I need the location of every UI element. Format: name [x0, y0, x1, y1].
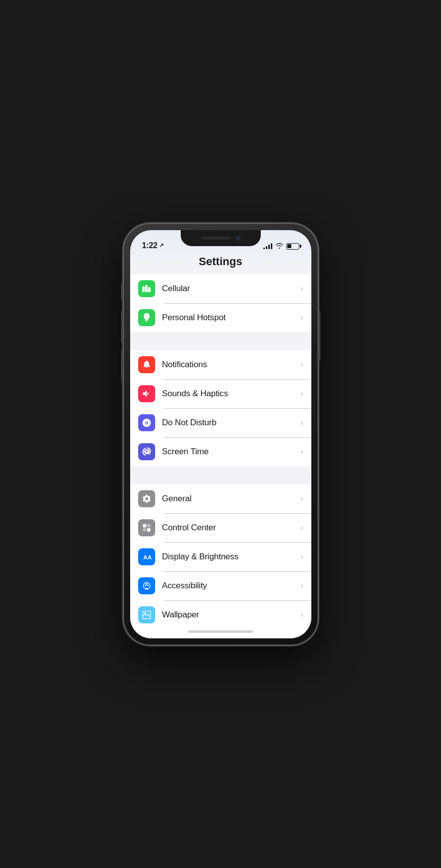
wallpaper-label: Wallpaper — [162, 610, 301, 620]
section-connectivity: Cellular › ⊗ Personal Hotspot › — [130, 274, 311, 332]
settings-row-general[interactable]: General › — [130, 484, 311, 513]
cellular-icon — [138, 280, 155, 297]
divider-1 — [130, 332, 311, 350]
svg-rect-4 — [147, 524, 150, 527]
location-icon: ↗ — [159, 242, 164, 249]
screentime-chevron: › — [300, 447, 303, 456]
general-chevron: › — [300, 494, 303, 503]
controlcenter-label: Control Center — [162, 523, 301, 533]
camera — [235, 236, 240, 241]
cellular-chevron: › — [300, 284, 303, 293]
hotspot-icon: ⊗ — [138, 309, 155, 326]
status-icons — [263, 243, 299, 250]
battery-fill — [287, 244, 291, 248]
signal-bar-1 — [263, 248, 265, 249]
dnd-label: Do Not Disturb — [162, 418, 301, 428]
settings-row-wallpaper[interactable]: Wallpaper › — [130, 600, 311, 625]
notifications-label: Notifications — [162, 360, 301, 370]
mute-button[interactable] — [121, 283, 123, 301]
settings-list[interactable]: Cellular › ⊗ Personal Hotspot › — [130, 274, 311, 625]
settings-row-display[interactable]: AA Display & Brightness › — [130, 542, 311, 571]
time-display: 1:22 — [142, 241, 158, 250]
divider-2 — [130, 466, 311, 484]
dnd-icon — [138, 414, 155, 431]
display-icon: AA — [138, 548, 155, 565]
hotspot-chevron: › — [300, 313, 303, 322]
battery-icon — [286, 243, 299, 250]
signal-bar-3 — [268, 245, 270, 249]
settings-row-accessibility[interactable]: Accessibility › — [130, 571, 311, 600]
settings-row-dnd[interactable]: Do Not Disturb › — [130, 408, 311, 437]
controlcenter-chevron: › — [300, 523, 303, 532]
display-label: Display & Brightness — [162, 552, 301, 562]
volume-up-button[interactable] — [121, 311, 123, 343]
svg-text:AA: AA — [143, 554, 152, 560]
svg-rect-6 — [147, 528, 150, 531]
general-icon — [138, 490, 155, 507]
accessibility-icon — [138, 577, 155, 594]
phone-screen: 1:22 ↗ — [130, 230, 311, 638]
accessibility-label: Accessibility — [162, 581, 301, 591]
general-label: General — [162, 494, 301, 504]
display-chevron: › — [300, 552, 303, 561]
signal-icon — [263, 243, 272, 249]
signal-bar-4 — [271, 243, 272, 249]
cellular-label: Cellular — [162, 284, 301, 294]
screentime-label: Screen Time — [162, 447, 301, 457]
home-bar — [188, 630, 253, 633]
settings-row-sounds[interactable]: Sounds & Haptics › — [130, 379, 311, 408]
notifications-icon — [138, 356, 155, 373]
page-title: Settings — [130, 254, 311, 274]
speaker — [201, 237, 231, 240]
home-indicator — [130, 625, 311, 638]
settings-row-hotspot[interactable]: ⊗ Personal Hotspot › — [130, 303, 311, 332]
sounds-label: Sounds & Haptics — [162, 389, 301, 399]
controlcenter-icon — [138, 519, 155, 536]
svg-point-0 — [146, 315, 147, 317]
status-time: 1:22 ↗ — [142, 241, 164, 250]
sounds-chevron: › — [300, 389, 303, 398]
section-notifications: Notifications › Sounds & Haptics › Do No… — [130, 350, 311, 466]
settings-row-controlcenter[interactable]: Control Center › — [130, 513, 311, 542]
settings-row-notifications[interactable]: Notifications › — [130, 350, 311, 379]
section-display: General › Control Center › AA Display & … — [130, 484, 311, 625]
hotspot-label: Personal Hotspot — [162, 313, 301, 323]
settings-row-screentime[interactable]: Screen Time › — [130, 437, 311, 466]
volume-down-button[interactable] — [121, 349, 123, 382]
svg-rect-5 — [143, 528, 146, 531]
wallpaper-icon — [138, 606, 155, 623]
notch — [181, 230, 261, 246]
phone-device: 1:22 ↗ — [123, 223, 318, 645]
notifications-chevron: › — [300, 360, 303, 369]
accessibility-chevron: › — [300, 581, 303, 590]
dnd-chevron: › — [300, 418, 303, 427]
screentime-icon — [138, 443, 155, 460]
signal-bar-2 — [266, 246, 267, 249]
wifi-icon — [275, 243, 283, 250]
settings-row-cellular[interactable]: Cellular › — [130, 274, 311, 303]
wallpaper-chevron: › — [300, 610, 303, 619]
sounds-icon — [138, 385, 155, 402]
svg-rect-3 — [143, 524, 146, 527]
power-button[interactable] — [318, 311, 320, 361]
